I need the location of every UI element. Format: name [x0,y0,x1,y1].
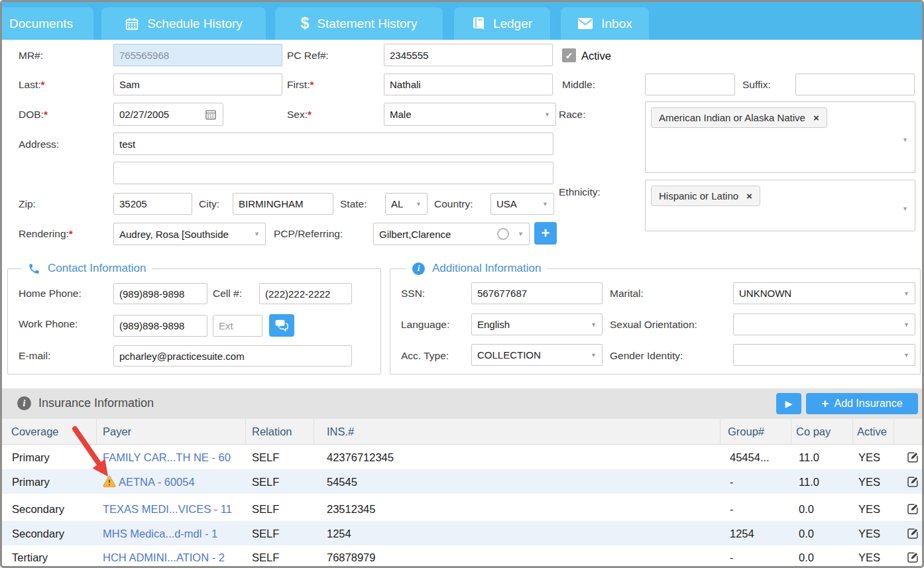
close-icon[interactable]: × [746,190,752,201]
tab-label: Ledger [493,17,532,31]
active-cell: YES [858,527,880,540]
race-multiselect[interactable]: American Indian or Alaska Native × ▼ [645,101,915,173]
rendering-label: Rendering:* [19,228,73,240]
required-mark: * [69,228,73,239]
column-header-copay[interactable]: Co pay [796,419,831,444]
contact-information-legend: Contact Information [22,260,152,276]
column-header-coverage[interactable]: Coverage [11,419,59,444]
payer-link[interactable]: AETNA - 60054 [119,475,195,488]
ins-number-cell: 23512345 [327,502,375,515]
relation-cell: SELF [252,527,279,540]
expand-insurance-button[interactable]: ▶ [776,393,801,414]
group-cell: - [730,551,734,563]
acc-type-select[interactable]: COLLECTION ▼ [471,344,603,366]
middle-name-input[interactable] [645,74,735,95]
city-input[interactable] [233,193,333,215]
tab-label: Inbox [601,17,632,31]
calendar-icon [125,17,139,31]
sexual-orientation-select[interactable]: ▼ [733,313,915,335]
state-label: State: [340,198,367,210]
state-select[interactable]: AL ▼ [385,193,428,215]
language-select[interactable]: English ▼ [471,313,603,335]
payer-cell: FAMILY CAR...TH NE - 60 [103,451,245,463]
chevron-down-icon[interactable]: ▼ [902,137,908,143]
edit-insurance-icon[interactable] [906,551,919,564]
relation-cell: SELF [252,502,279,515]
chevron-down-icon: ▼ [591,321,597,328]
ssn-input[interactable] [471,282,603,304]
warning-icon [103,475,116,488]
cell-phone-label: Cell #: [213,288,242,300]
dollar-icon: $ [301,16,310,31]
address-line2-input[interactable] [113,162,553,184]
close-icon[interactable]: × [813,112,819,123]
suffix-input[interactable] [795,74,915,95]
play-icon: ▶ [785,398,793,409]
tab-label: Schedule History [147,17,243,31]
ethnicity-label: Ethnicity: [559,186,601,198]
calendar-icon[interactable] [204,108,217,121]
chevron-down-icon: ▼ [254,231,260,237]
column-header-ins[interactable]: INS.# [327,419,354,444]
gender-identity-select[interactable]: ▼ [733,344,915,366]
cell-phone-input[interactable] [259,283,352,304]
coverage-cell: Secondary [12,502,64,515]
column-header-active[interactable]: Active [857,419,887,444]
chevron-down-icon: ▼ [544,111,550,118]
first-name-input[interactable] [384,74,553,95]
insurance-row: Tertiary HCH ADMINI...ATION - 2 SELF 768… [2,545,922,568]
add-provider-button[interactable]: + [534,222,557,245]
edit-insurance-icon[interactable] [906,502,919,516]
column-header-relation[interactable]: Relation [252,419,292,444]
add-insurance-button[interactable]: + Add Insurance [806,393,918,414]
relation-cell: SELF [252,451,279,463]
relation-cell: SELF [252,475,279,488]
tab-documents[interactable]: Documents [0,7,93,40]
rendering-select[interactable]: Audrey, Rosa [Southside ▼ [113,223,266,245]
ins-number-cell: 76878979 [327,551,375,563]
last-name-input[interactable] [113,74,282,95]
mr-input[interactable] [113,44,282,66]
active-checkbox[interactable]: ✓ [562,48,576,62]
address-line1-input[interactable] [113,133,553,155]
insurance-table-header: Coverage Payer Relation INS.# Group# Co … [2,419,922,445]
country-select[interactable]: USA ▼ [491,193,554,215]
dob-input[interactable]: 02/27/2005 [113,103,223,126]
suffix-label: Suffix: [742,79,771,91]
sex-select[interactable]: Male ▼ [384,103,556,126]
sms-chat-button[interactable] [269,314,294,337]
edit-insurance-icon[interactable] [906,527,919,540]
tab-schedule-history[interactable]: Schedule History [101,7,266,40]
home-phone-input[interactable] [113,283,207,304]
work-phone-input[interactable] [113,315,207,337]
payer-link[interactable]: MHS Medica...d-mdl - 1 [103,527,217,540]
marital-select[interactable]: UNKNOWN ▼ [733,282,915,304]
ins-number-cell: 54545 [327,475,357,488]
chevron-down-icon[interactable]: ▼ [902,205,908,212]
insurance-row: Primary FAMILY CAR...TH NE - 60 SELF 423… [2,445,922,469]
pcp-referring-label: PCP/Referring: [274,228,343,240]
required-mark: * [44,109,48,120]
payer-link[interactable]: HCH ADMINI...ATION - 2 [103,551,225,563]
payer-link[interactable]: TEXAS MEDI...VICES - 11 [103,502,232,515]
ethnicity-multiselect[interactable]: Hispanic or Latino × ▼ [645,180,915,231]
tab-statement-history[interactable]: $ Statement History [275,7,443,40]
zip-input[interactable] [113,193,192,215]
edit-insurance-icon[interactable] [906,475,919,488]
edit-insurance-icon[interactable] [906,451,919,464]
relation-cell: SELF [252,551,279,563]
chevron-down-icon: ▼ [518,231,524,237]
email-input[interactable] [113,345,352,367]
tab-ledger[interactable]: Ledger [454,7,550,40]
tab-inbox[interactable]: Inbox [561,7,649,40]
active-cell: YES [858,475,880,488]
chevron-down-icon: ▼ [416,201,422,207]
pcp-referring-combo[interactable]: Gilbert,Clarence ▼ [373,223,530,245]
work-phone-ext-input[interactable] [213,315,262,337]
active-cell: YES [858,451,880,463]
pc-ref-input[interactable] [384,44,553,66]
column-header-group[interactable]: Group# [728,419,764,444]
column-header-payer[interactable]: Payer [103,419,131,444]
payer-link[interactable]: FAMILY CAR...TH NE - 60 [103,451,231,463]
book-icon [472,17,485,31]
